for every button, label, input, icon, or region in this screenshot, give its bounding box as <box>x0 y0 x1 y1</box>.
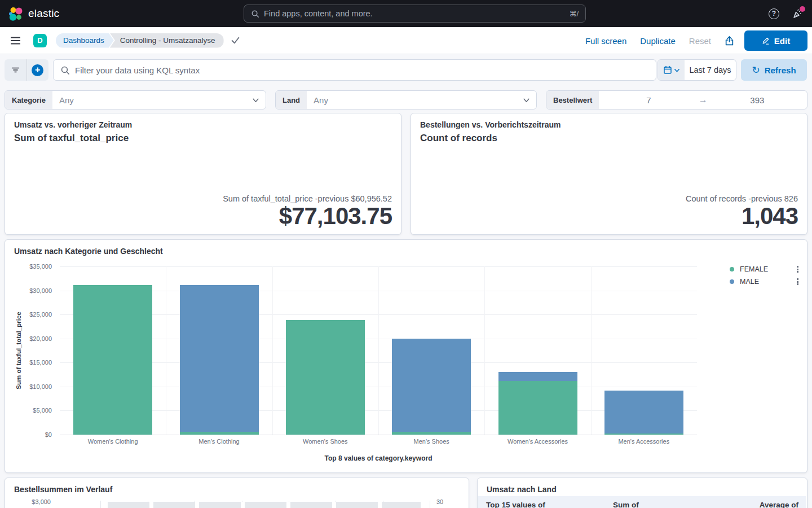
bar-female-4[interactable] <box>498 381 577 435</box>
full-screen-button[interactable]: Full screen <box>585 36 626 46</box>
y-axis-tick-label: $30,000 <box>29 287 52 294</box>
legend-label: FEMALE <box>740 265 796 273</box>
refresh-button[interactable]: ↻ Refresh <box>741 59 807 81</box>
chevron-down-icon[interactable] <box>252 97 266 104</box>
bar-male-5[interactable] <box>604 391 683 434</box>
panel-title[interactable]: Umsatz vs. vorheriger Zeitraum <box>14 120 132 129</box>
share-icon[interactable] <box>725 36 734 46</box>
panel-umsatz-kategorie-geschlecht: Umsatz nach Kategorie und Geschlecht Sum… <box>5 239 807 473</box>
breadcrumb: Dashboards Controlling - Umsatzanalyse <box>56 33 240 48</box>
y-axis-tick-label: $25,000 <box>29 311 52 318</box>
chevron-down-icon[interactable] <box>523 97 536 104</box>
search-icon <box>60 65 70 75</box>
x-axis-title: Top 8 values of category.keyword <box>60 454 697 462</box>
edit-button[interactable]: Edit <box>744 30 807 51</box>
y-axis-tick-label: $10,000 <box>29 383 52 390</box>
date-quick-select-button[interactable] <box>658 60 685 80</box>
control-bestellwert: Bestellwert 7 → 393 <box>546 90 807 110</box>
panel-title[interactable]: Umsatz nach Land <box>487 485 557 494</box>
legend-actions-icon[interactable] <box>796 277 800 286</box>
v-gridline <box>378 266 379 435</box>
legend-color-dot <box>730 279 734 284</box>
help-icon[interactable]: ? <box>769 8 779 19</box>
toolbar-actions: Full screen Duplicate Reset Edit <box>585 27 807 54</box>
legend-label: MALE <box>740 278 796 286</box>
pencil-icon <box>762 37 770 45</box>
filter-list-button[interactable] <box>5 59 27 81</box>
v-gridline <box>166 266 166 435</box>
x-axis-tick-label: Men's Clothing <box>166 438 272 445</box>
bar-male-1[interactable] <box>180 285 259 432</box>
control-land-select[interactable]: Any <box>307 95 523 105</box>
control-kategorie-select[interactable]: Any <box>52 95 252 105</box>
metric-value-block: Sum of taxful_total_price -previous $60,… <box>223 194 392 229</box>
header-icon-group: ? <box>769 0 804 27</box>
dashboard-page: elastic Find apps, content, and more. ⌘/… <box>0 0 812 508</box>
dashboard-controls: Kategorie Any Land Any Bestellwert 7 → 3… <box>5 90 807 110</box>
table-column-sum[interactable]: Sum of <box>613 501 731 508</box>
table-column-top15[interactable]: Top 15 values of <box>486 501 613 508</box>
metric-value: $77,103.75 <box>223 204 392 229</box>
bar-female-5[interactable] <box>604 433 683 435</box>
duplicate-button[interactable]: Duplicate <box>640 36 676 46</box>
range-max-input[interactable]: 393 <box>708 95 807 105</box>
bar-female-1[interactable] <box>180 432 259 435</box>
breadcrumb-dashboards[interactable]: Dashboards <box>56 33 114 48</box>
panel-umsatz-vs-vorher: Umsatz vs. vorheriger Zeitraum Sum of ta… <box>5 113 401 235</box>
control-land-label: Land <box>276 91 307 109</box>
panel-title[interactable]: Umsatz nach Kategorie und Geschlecht <box>14 247 163 256</box>
bar-female-3[interactable] <box>392 432 471 435</box>
kql-query-input[interactable]: Filter your data using KQL syntax <box>53 59 656 81</box>
space-avatar[interactable]: D <box>33 34 47 47</box>
panel-umsatz-nach-land: Umsatz nach Land Top 15 values of Sum of… <box>477 478 807 508</box>
metric-label: Sum of taxful_total_price <box>14 133 129 144</box>
range-min-input[interactable]: 7 <box>599 95 698 105</box>
breadcrumb-current-dashboard[interactable]: Controlling - Umsatzanalyse <box>110 33 224 48</box>
control-kategorie-label: Kategorie <box>5 91 52 109</box>
x-axis-tick-label: Men's Shoes <box>378 438 484 445</box>
add-filter-button[interactable]: + <box>27 59 49 81</box>
edit-button-label: Edit <box>774 36 790 46</box>
metric-label: Count of records <box>420 133 497 144</box>
chart-top-band <box>108 502 421 508</box>
legend-item-female[interactable]: FEMALE <box>730 265 800 274</box>
legend-item-male[interactable]: MALE <box>730 277 800 286</box>
global-search-input[interactable]: Find apps, content, and more. ⌘/ <box>244 5 586 23</box>
control-land: Land Any <box>275 90 537 110</box>
x-axis-tick-label: Women's Accessories <box>484 438 590 445</box>
panel-title[interactable]: Bestellsummen im Verlauf <box>14 485 112 494</box>
global-header: elastic Find apps, content, and more. ⌘/… <box>0 0 812 27</box>
bar-male-3[interactable] <box>392 339 471 432</box>
filter-button-group: + <box>5 59 48 81</box>
y-axis-tick-label: $3,000 <box>27 498 51 505</box>
date-picker: Last 7 days <box>657 59 736 81</box>
plus-icon: + <box>32 64 43 76</box>
notification-dot <box>800 6 805 12</box>
refresh-button-label: Refresh <box>765 65 796 75</box>
y-axis-ticks: $0$5,000$10,000$15,000$20,000$25,000$30,… <box>5 266 56 435</box>
v-gridline <box>272 266 273 435</box>
control-kategorie: Kategorie Any <box>5 90 266 110</box>
brand-name: elastic <box>28 7 59 20</box>
bar-female-0[interactable] <box>73 285 152 435</box>
menu-hamburger-icon[interactable] <box>10 35 21 46</box>
x-axis-tick-label: Men's Accessories <box>591 438 697 445</box>
legend-actions-icon[interactable] <box>796 265 800 274</box>
arrow-right-icon: → <box>699 95 708 105</box>
time-range-value[interactable]: Last 7 days <box>685 60 736 80</box>
legend-color-dot <box>730 267 734 271</box>
kql-placeholder: Filter your data using KQL syntax <box>75 65 200 75</box>
newsfeed-icon[interactable] <box>791 7 804 20</box>
chevron-down-icon <box>674 67 680 73</box>
refresh-icon: ↻ <box>752 64 760 76</box>
bar-female-2[interactable] <box>286 320 365 435</box>
elastic-logo[interactable]: elastic <box>8 0 59 27</box>
bar-male-4[interactable] <box>498 372 577 381</box>
x-axis-tick-label: Women's Shoes <box>272 438 378 445</box>
panel-title[interactable]: Bestellungen vs. Vorberichtszeitraum <box>420 120 561 129</box>
reset-button[interactable]: Reset <box>689 36 711 46</box>
filter-icon <box>11 65 20 75</box>
dashboard-toolbar: D Dashboards Controlling - Umsatzanalyse… <box>0 27 812 54</box>
time-series-plot <box>54 501 430 508</box>
table-column-average[interactable]: Average of <box>731 501 798 508</box>
